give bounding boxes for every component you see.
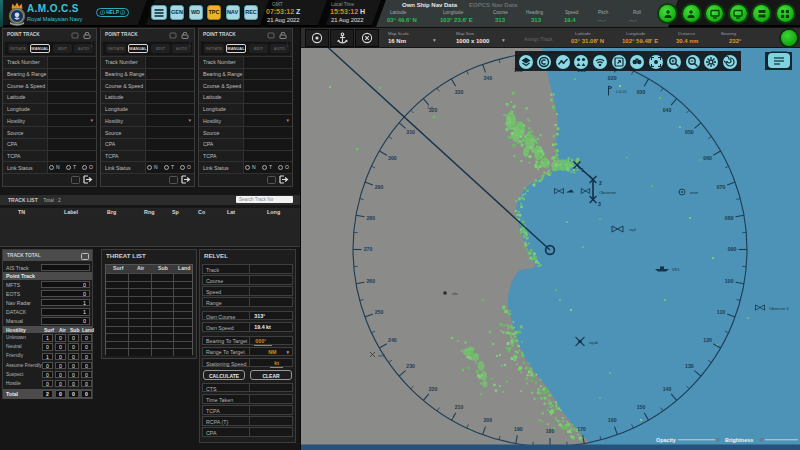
svg-text:090: 090 — [728, 246, 737, 252]
svg-text:160: 160 — [608, 417, 617, 423]
svg-text:140: 140 — [663, 386, 672, 392]
svg-text:050: 050 — [685, 129, 694, 135]
svg-text:170: 170 — [577, 426, 586, 432]
svg-text:1.4: 1.4 — [427, 105, 433, 110]
svg-text:mk1: mk1 — [378, 354, 385, 358]
svg-text:Brightness: Brightness — [725, 437, 753, 443]
svg-text:rajd: rajd — [629, 227, 636, 232]
svg-text:310: 310 — [406, 129, 415, 135]
svg-text:290: 290 — [375, 184, 384, 190]
svg-text:nfo: nfo — [452, 291, 458, 296]
svg-text:220: 220 — [429, 386, 438, 392]
svg-text:080: 080 — [725, 215, 734, 221]
svg-text:1: 1 — [581, 167, 584, 173]
svg-text:VK1: VK1 — [672, 267, 680, 272]
svg-text:120: 120 — [703, 337, 712, 343]
svg-text:110: 110 — [717, 309, 725, 315]
svg-text:210: 210 — [455, 404, 464, 410]
svg-text:Observer: Observer — [599, 190, 617, 195]
svg-text:100: 100 — [725, 278, 734, 284]
svg-text:2: 2 — [599, 180, 602, 186]
svg-text:rajab: rajab — [589, 340, 599, 345]
svg-text:340: 340 — [483, 75, 492, 81]
svg-text:250: 250 — [375, 309, 384, 315]
svg-text:330: 330 — [455, 89, 464, 95]
svg-text:3: 3 — [598, 201, 601, 207]
svg-text:wsm: wsm — [690, 190, 699, 195]
svg-text:060: 060 — [703, 155, 712, 161]
svg-text:190: 190 — [514, 426, 523, 432]
svg-text:300: 300 — [388, 155, 397, 161]
svg-text:270: 270 — [364, 246, 373, 252]
svg-text:030: 030 — [637, 89, 646, 95]
svg-text:040: 040 — [663, 107, 672, 113]
svg-text:240: 240 — [388, 337, 397, 343]
svg-text:070: 070 — [717, 184, 726, 190]
svg-text:Opacity: Opacity — [656, 437, 676, 443]
svg-text:020: 020 — [608, 75, 617, 81]
svg-text:200: 200 — [483, 417, 492, 423]
svg-text:230: 230 — [406, 363, 415, 369]
svg-text:Observer 4: Observer 4 — [769, 306, 790, 311]
svg-text:280: 280 — [366, 215, 375, 221]
svg-text:260: 260 — [366, 278, 375, 284]
svg-text:180: 180 — [546, 428, 555, 434]
svg-text:130: 130 — [685, 363, 694, 369]
svg-text:150: 150 — [637, 404, 646, 410]
svg-text:Lvl-01: Lvl-01 — [616, 89, 628, 94]
